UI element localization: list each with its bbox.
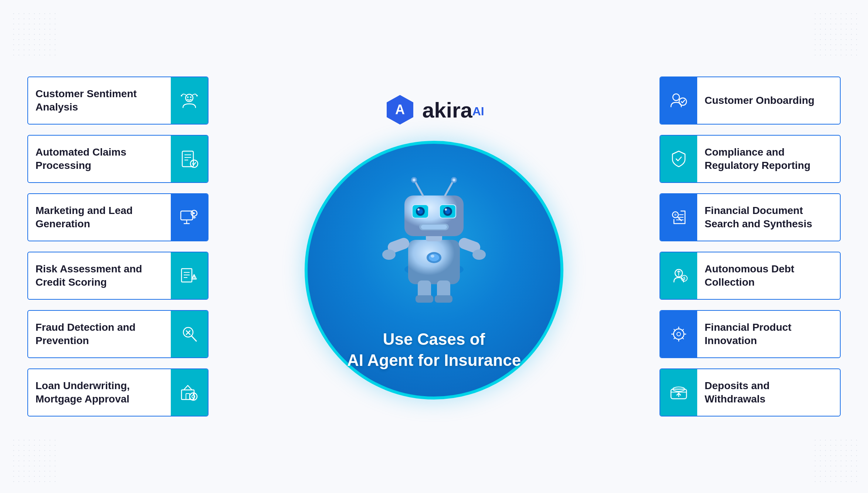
svg-line-22 [191,336,196,341]
card-fraud-detection: Fraud Detection and Prevention [27,310,208,358]
svg-point-67 [674,214,677,216]
card-financial-document: Financial Document Search and Synthesis [660,193,841,241]
card-text-loan-underwriting: Loan Underwriting, Mortgage Approval [28,369,171,416]
robot-svg [371,166,497,306]
debt-collection-icon: $ [669,266,689,286]
logo-ai-suffix: AI [472,104,484,118]
card-financial-product: Financial Product Innovation [660,310,841,358]
loan-icon [179,382,199,402]
svg-point-76 [677,332,681,336]
card-text-marketing-lead: Marketing and Lead Generation [28,194,171,241]
card-title-loan-underwriting: Loan Underwriting, Mortgage Approval [35,379,163,406]
logo-text-group: akiraAI [422,98,484,122]
claims-icon [179,149,199,169]
main-layout: Customer Sentiment Analysis [27,25,841,468]
card-title-financial-document: Financial Document Search and Synthesis [705,204,833,231]
svg-point-14 [193,212,195,214]
svg-point-56 [472,249,486,260]
card-risk-assessment: Risk Assessment and Credit Scoring [27,252,208,300]
card-icon-risk-assessment [171,252,208,299]
card-text-fraud-detection: Fraud Detection and Prevention [28,311,171,357]
svg-point-2 [190,96,191,98]
card-text-deposits-withdrawals: Deposits and Withdrawals [697,369,840,416]
card-title-compliance-reporting: Compliance and Regulatory Reporting [705,146,833,173]
document-search-icon [669,207,689,227]
risk-icon [179,266,199,286]
card-title-fraud-detection: Fraud Detection and Prevention [35,321,163,348]
card-automated-claims: Automated Claims Processing [27,135,208,183]
svg-rect-46 [421,225,447,229]
card-title-deposits-withdrawals: Deposits and Withdrawals [705,379,833,406]
card-customer-onboarding: Customer Onboarding [660,76,841,125]
card-icon-customer-onboarding [660,77,697,124]
card-icon-deposits-withdrawals [660,369,697,416]
card-text-risk-assessment: Risk Assessment and Credit Scoring [28,252,171,299]
svg-point-58 [429,254,439,261]
sentiment-icon [179,91,199,110]
svg-point-44 [445,208,447,211]
card-customer-sentiment: Customer Sentiment Analysis [27,76,208,125]
circle-title-line2: AI Agent for Insurance [347,350,521,371]
svg-line-84 [674,337,675,339]
card-title-risk-assessment: Risk Assessment and Credit Scoring [35,262,163,289]
card-icon-fraud-detection [171,311,208,357]
marketing-icon [179,207,199,227]
card-text-compliance-reporting: Compliance and Regulatory Reporting [697,136,840,182]
svg-point-54 [382,249,396,260]
logo-header: A akiraAI [384,94,484,126]
card-autonomous-debt: $ Autonomous Debt Collection [660,252,841,300]
center-circle: Use Cases of AI Agent for Insurance [305,141,563,400]
card-icon-financial-document [660,194,697,241]
card-title-customer-onboarding: Customer Onboarding [705,94,814,107]
page-container: Customer Sentiment Analysis [0,0,868,493]
robot-illustration [371,166,497,306]
svg-rect-63 [435,295,452,303]
svg-text:$: $ [683,276,685,280]
svg-line-82 [682,337,684,339]
svg-text:A: A [395,102,405,117]
onboarding-icon [669,91,689,110]
svg-rect-23 [182,390,194,400]
svg-point-39 [417,208,420,211]
card-text-customer-onboarding: Customer Onboarding [697,77,840,124]
svg-point-20 [194,278,195,279]
svg-rect-5 [182,151,193,167]
card-compliance-reporting: Compliance and Regulatory Reporting [660,135,841,183]
card-icon-compliance-reporting [660,136,697,182]
card-title-financial-product: Financial Product Innovation [705,321,833,348]
card-text-autonomous-debt: Autonomous Debt Collection [697,252,840,299]
card-title-autonomous-debt: Autonomous Debt Collection [705,262,833,289]
svg-point-3 [181,95,182,96]
svg-line-81 [674,329,675,331]
card-text-financial-document: Financial Document Search and Synthesis [697,194,840,241]
card-icon-financial-product [660,311,697,357]
card-deposits-withdrawals: Deposits and Withdrawals [660,368,841,416]
svg-point-1 [187,96,189,98]
svg-rect-24 [186,394,190,400]
center-area: A akiraAI [305,94,563,400]
center-circle-text: Use Cases of AI Agent for Insurance [347,329,521,371]
card-title-marketing-lead: Marketing and Lead Generation [35,204,163,231]
circle-title-line1: Use Cases of [347,329,521,350]
card-marketing-lead: Marketing and Lead Generation [27,193,208,241]
product-innovation-icon [669,324,689,344]
svg-point-49 [413,178,416,181]
compliance-icon [669,149,689,169]
left-column: Customer Sentiment Analysis [27,76,208,416]
svg-line-50 [445,182,452,196]
svg-point-4 [196,95,198,96]
svg-point-59 [431,255,434,258]
svg-point-52 [452,178,455,181]
deposits-icon [669,382,689,402]
card-title-automated-claims: Automated Claims Processing [35,146,163,173]
card-icon-loan-underwriting [171,369,208,416]
logo-name: akira [422,98,472,122]
card-text-financial-product: Financial Product Innovation [697,311,840,357]
svg-rect-62 [416,295,433,303]
fraud-icon [179,324,199,344]
card-icon-autonomous-debt: $ [660,252,697,299]
card-icon-marketing-lead [171,194,208,241]
card-icon-automated-claims [171,136,208,182]
card-text-customer-sentiment: Customer Sentiment Analysis [28,77,171,124]
svg-point-64 [673,94,679,101]
